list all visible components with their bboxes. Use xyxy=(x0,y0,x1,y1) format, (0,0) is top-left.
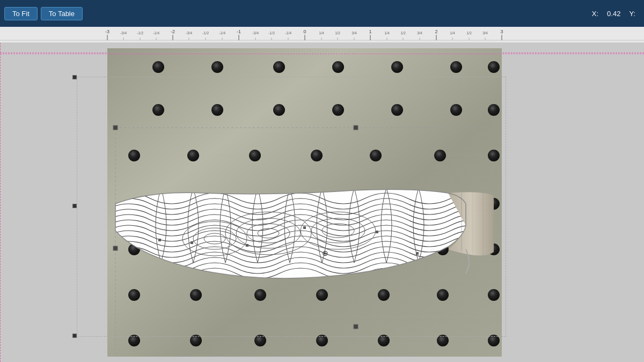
svg-point-66 xyxy=(152,104,164,116)
svg-point-107 xyxy=(488,335,500,346)
svg-rect-122 xyxy=(191,241,193,244)
svg-text:-3/4: -3/4 xyxy=(186,31,192,35)
svg-text:2: 2 xyxy=(435,29,437,34)
svg-text:-3/4: -3/4 xyxy=(252,31,259,35)
svg-rect-123 xyxy=(416,252,419,255)
svg-rect-121 xyxy=(376,231,378,233)
svg-point-76 xyxy=(311,150,323,161)
svg-text:-1: -1 xyxy=(237,29,241,34)
to-fit-button[interactable]: To Fit xyxy=(4,7,38,20)
x-coord-value: 0.42 xyxy=(607,10,620,18)
svg-text:1/2: 1/2 xyxy=(335,31,340,35)
svg-point-67 xyxy=(211,104,223,116)
svg-point-104 xyxy=(316,335,328,346)
svg-text:1/4: 1/4 xyxy=(384,31,390,35)
svg-point-95 xyxy=(190,289,202,301)
svg-text:3/4: 3/4 xyxy=(417,31,422,35)
svg-point-73 xyxy=(128,150,140,161)
svg-point-105 xyxy=(378,335,390,346)
svg-text:1/2: 1/2 xyxy=(400,31,406,35)
main-image-block: ⊕ xyxy=(107,48,502,357)
svg-point-59 xyxy=(152,61,164,73)
x-coord-label: X: xyxy=(592,10,598,18)
engraving-preview-svg: ⊕ xyxy=(107,48,502,357)
svg-text:3/4: 3/4 xyxy=(482,31,488,35)
svg-point-77 xyxy=(370,150,382,161)
svg-point-106 xyxy=(437,335,449,346)
selection-handle-tl[interactable] xyxy=(72,75,77,79)
svg-point-65 xyxy=(488,61,500,73)
svg-point-61 xyxy=(273,61,285,73)
svg-point-99 xyxy=(437,289,449,301)
svg-text:-1/2: -1/2 xyxy=(202,31,209,35)
svg-rect-124 xyxy=(158,239,161,241)
svg-point-70 xyxy=(391,104,403,116)
svg-text:0: 0 xyxy=(303,29,306,34)
svg-point-98 xyxy=(378,289,390,301)
svg-point-79 xyxy=(488,150,500,161)
svg-point-74 xyxy=(187,150,199,161)
svg-text:-1/4: -1/4 xyxy=(219,31,225,35)
svg-text:⊕: ⊕ xyxy=(322,249,328,257)
svg-rect-135 xyxy=(354,324,358,329)
svg-rect-120 xyxy=(246,244,248,247)
y-coord-label: Y: xyxy=(629,10,635,18)
svg-text:-1/4: -1/4 xyxy=(285,31,291,35)
svg-text:1/2: 1/2 xyxy=(466,31,472,35)
selection-handle-bl[interactable] xyxy=(72,334,77,338)
svg-point-78 xyxy=(434,150,446,161)
svg-point-69 xyxy=(332,104,344,116)
svg-point-63 xyxy=(391,61,403,73)
svg-rect-130 xyxy=(354,125,358,130)
svg-text:-1/2: -1/2 xyxy=(137,31,143,35)
svg-point-100 xyxy=(488,289,500,301)
svg-text:-2: -2 xyxy=(171,29,175,34)
svg-point-94 xyxy=(128,289,140,301)
svg-text:-3: -3 xyxy=(105,29,109,34)
svg-point-96 xyxy=(254,289,266,301)
ruler: -3 -2 -1 0 1 2 3 -3/4 -1/2 -1/4 -3/4 -1/… xyxy=(0,27,644,43)
ruler-svg: -3 -2 -1 0 1 2 3 -3/4 -1/2 -1/4 -3/4 -1/… xyxy=(0,27,644,43)
svg-point-102 xyxy=(190,335,202,346)
svg-text:3: 3 xyxy=(500,29,503,34)
svg-point-64 xyxy=(450,61,462,73)
svg-point-97 xyxy=(316,289,328,301)
svg-point-101 xyxy=(128,335,140,346)
svg-text:-1/2: -1/2 xyxy=(268,31,275,35)
toolbar: To Fit To Table xyxy=(0,0,644,27)
svg-text:1: 1 xyxy=(369,29,371,34)
boundary-line-left xyxy=(0,43,1,362)
canvas-area[interactable]: ⊕ xyxy=(0,43,644,362)
svg-rect-129 xyxy=(113,125,118,130)
svg-point-72 xyxy=(488,104,500,116)
svg-text:3/4: 3/4 xyxy=(352,31,357,35)
svg-text:1/4: 1/4 xyxy=(450,31,455,35)
svg-text:1/4: 1/4 xyxy=(319,31,324,35)
svg-text:-1/4: -1/4 xyxy=(153,31,159,35)
svg-point-71 xyxy=(450,104,462,116)
svg-rect-0 xyxy=(0,27,644,43)
svg-point-60 xyxy=(211,61,223,73)
svg-point-103 xyxy=(254,335,266,346)
svg-point-62 xyxy=(332,61,344,73)
svg-point-75 xyxy=(249,150,261,161)
svg-text:-3/4: -3/4 xyxy=(120,31,127,35)
to-table-button[interactable]: To Table xyxy=(41,7,83,20)
selection-handle-ml[interactable] xyxy=(72,204,77,208)
svg-rect-132 xyxy=(113,246,118,250)
coordinates-display: X: 0.42 Y: xyxy=(583,0,644,27)
svg-point-68 xyxy=(273,104,285,116)
svg-rect-119 xyxy=(303,226,306,229)
